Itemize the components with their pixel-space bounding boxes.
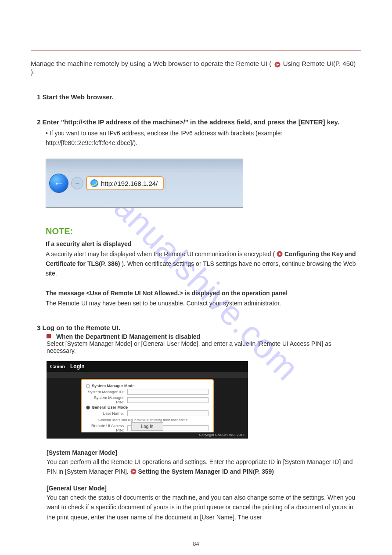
login-brand: Canon <box>50 363 65 370</box>
red-square-icon <box>47 334 51 338</box>
sysmgr-mode-label: System Manager Mode <box>92 384 135 388</box>
link-icon <box>274 61 281 68</box>
address-bar-remainder[interactable] <box>165 177 165 189</box>
note-label: NOTE: <box>46 226 361 236</box>
sysmgr-block-body: You can perform all the Remote UI operat… <box>47 457 361 477</box>
login-header: Canon Login <box>47 361 248 372</box>
note-body: If a security alert is displayed A secur… <box>46 239 361 308</box>
step-3-desc: Select [System Manager Mode] or [General… <box>47 340 331 354</box>
page-container: Manage the machine remotely by using a W… <box>0 0 392 555</box>
sysmgr-id-input[interactable] <box>127 389 209 395</box>
note-q-body: The Remote UI may have been set to be un… <box>46 300 281 307</box>
sysmgr-link-icon <box>130 468 138 475</box>
header-note-pre: Manage the machine remotely by using a W… <box>31 60 271 67</box>
username-label: User Name: <box>86 411 126 416</box>
note-title: If a security alert is displayed <box>46 240 131 247</box>
genuser-mode-label: General User Mode <box>92 405 128 410</box>
forward-button[interactable]: → <box>71 177 83 189</box>
step-3-intro-title: When the Department ID Management is dis… <box>56 333 200 340</box>
sysmgr-mode-row[interactable]: System Manager Mode <box>86 384 209 388</box>
genuser-block-title: [General User Mode] <box>47 485 361 492</box>
back-button[interactable]: ← <box>49 174 68 193</box>
note-body-pre: A security alert may be displayed when t… <box>46 250 277 258</box>
ie-icon <box>90 179 98 187</box>
genuser-mode-row[interactable]: General User Mode <box>86 405 209 410</box>
sysmgr-block-title: [System Manager Mode] <box>47 449 361 456</box>
address-url: http://192.168.1.24/ <box>101 180 158 187</box>
step-2-label: 2 Enter "http://<the IP address of the m… <box>37 118 361 126</box>
note-q-title: The message <Use of Remote UI Not Allowe… <box>46 290 288 297</box>
header-note: Manage the machine remotely by using a W… <box>31 60 361 76</box>
step-3-intro: When the Department ID Management is dis… <box>47 333 361 354</box>
step-3-heading-text: 3 Log on to the Remote UI. <box>37 324 120 331</box>
back-arrow-icon: ← <box>54 177 64 189</box>
sysmgr-link-text[interactable]: Setting the System Manager ID and PIN(P.… <box>138 468 274 475</box>
header-link-text[interactable]: Using Remote UI(P. 450) <box>283 60 356 67</box>
note-link-icon <box>277 250 284 258</box>
step-2-bullet: • If you want to use an IPv6 address, en… <box>46 128 361 148</box>
login-copyright: Copyright CANON INC. 2016 <box>47 432 248 439</box>
login-button-row: Log In <box>47 422 248 431</box>
browser-nav-row: ← → http://192.168.1.24/ <box>49 174 165 193</box>
genuser-block-body: You can check the status of documents or… <box>47 493 361 522</box>
step-2-bullet-text: If you want to use an IPv6 address, encl… <box>46 130 283 146</box>
step-3-heading: 3 Log on to the Remote UI. <box>37 324 361 331</box>
browser-tab-area <box>46 159 243 171</box>
login-button[interactable]: Log In <box>131 422 164 431</box>
sysmgr-id-label: System Manager ID: <box>86 390 126 394</box>
login-subheader <box>47 372 248 378</box>
sysmgr-pin-input[interactable] <box>127 397 209 403</box>
sysmgr-pin-label: System Manager PIN: <box>86 395 126 404</box>
address-bar[interactable]: http://192.168.1.24/ <box>86 176 164 190</box>
page-number: 84 <box>31 540 361 547</box>
step-1-label: 1 Start the Web browser. <box>37 93 361 101</box>
header-note-post: ). <box>31 68 35 76</box>
username-input[interactable] <box>127 410 209 416</box>
divider-line <box>31 51 361 51</box>
browser-screenshot: ← → http://192.168.1.24/ <box>46 159 243 208</box>
genuser-radio[interactable] <box>86 406 90 410</box>
login-screenshot: Canon Login System Manager Mode System M… <box>47 361 248 439</box>
login-title: Login <box>70 363 85 370</box>
forward-arrow-icon: → <box>74 180 80 187</box>
sysmgr-radio[interactable] <box>86 384 90 388</box>
